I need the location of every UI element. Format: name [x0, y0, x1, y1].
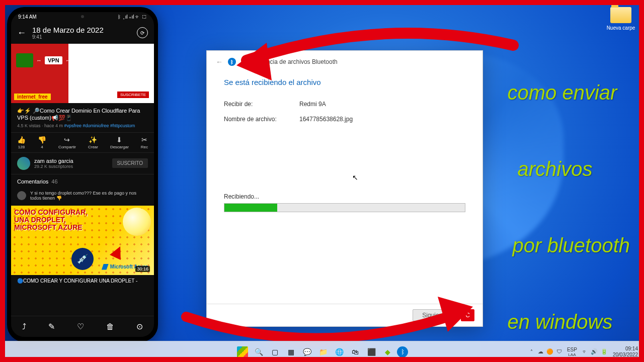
phone-mockup: 9:14 AM ᛒ ₊ıl ₊ıl ᯤ ⬚ ← 18 de Marzo de 2…: [7, 7, 158, 342]
bluetooth-icon: ᛒ: [228, 58, 236, 66]
widgets-icon[interactable]: ▦: [284, 345, 297, 358]
phone-screen: 9:14 AM ᛒ ₊ıl ₊ıl ᯤ ⬚ ← 18 de Marzo de 2…: [11, 12, 154, 337]
chat-icon[interactable]: 💬: [300, 345, 313, 358]
channel-avatar-icon[interactable]: [17, 157, 30, 170]
app2-icon[interactable]: ◆: [381, 345, 394, 358]
delete-icon[interactable]: 🗑: [106, 322, 114, 331]
status-icons: ᛒ ₊ıl ₊ıl ᯤ ⬚: [118, 14, 147, 20]
tray-chevron-icon[interactable]: ˄: [530, 349, 533, 354]
channel-name[interactable]: zam asto garcia: [34, 158, 73, 164]
vpn-label: VPN: [45, 56, 62, 64]
wifi-icon: ᯤ: [582, 348, 588, 355]
folder-icon: [610, 7, 631, 23]
lemon-icon: [123, 208, 151, 236]
progress-label: Recibiendo...: [224, 193, 465, 200]
bluetooth-tray-icon[interactable]: ᛒ: [397, 346, 408, 357]
taskbar-clock[interactable]: 09:14 20/03/2022: [613, 346, 638, 358]
back-icon[interactable]: ←: [17, 28, 26, 38]
commenter-avatar-icon: [17, 191, 26, 200]
android-icon: [16, 53, 33, 67]
progress-fill: [224, 204, 277, 212]
video-title: 👉⚡ 🔎Como Crear Dominio En Cloudflare Par…: [17, 107, 148, 122]
create-button[interactable]: ✨Crear: [88, 136, 98, 149]
comments-header[interactable]: Comentarios 46: [11, 174, 154, 189]
edit-icon[interactable]: ✎: [48, 322, 55, 331]
defender-icon: 🛡: [556, 348, 562, 355]
next-video-thumbnail[interactable]: COMO CONFIGURAR, UNA DROPLET, MICROSOFT …: [11, 206, 154, 275]
download-button[interactable]: ⬇Descargar: [110, 136, 129, 149]
task-view-icon[interactable]: ▢: [268, 345, 281, 358]
app-icon[interactable]: ⬛: [365, 345, 378, 358]
heart-icon[interactable]: ♡: [77, 322, 84, 331]
status-time: 9:14 AM: [18, 14, 37, 20]
bluetooth-transfer-dialog: ← ᛒ Transferencia de archivos Bluetooth …: [206, 50, 483, 327]
injector-icon: 💉: [71, 248, 94, 270]
receive-from-label: Recibir de:: [224, 101, 299, 108]
search-icon[interactable]: 🔍: [252, 345, 265, 358]
phone-bottom-bar: ⤴ ✎ ♡ 🗑 ⊙: [11, 316, 154, 337]
back-arrow-icon[interactable]: ←: [216, 58, 223, 66]
camera-notch-icon: [81, 15, 84, 18]
filename-label: Nombre de archivo:: [224, 116, 299, 123]
quick-settings[interactable]: ᯤ 🔊 🔋: [582, 348, 608, 355]
banner-text: internet_free: [14, 94, 51, 100]
subscribe-mini: SUSCRIBETE: [117, 92, 149, 98]
video-thumbnail[interactable]: ↔ VPN ↔ internet_free SUSCRIBETE: [11, 44, 154, 103]
subscribed-button[interactable]: SUSCRITO: [112, 158, 148, 168]
like-button[interactable]: 👍128: [17, 136, 26, 149]
security-icon: 🟠: [546, 348, 553, 355]
video-stats: 4.5 K vistas · hace 4 m #vpsfree #domini…: [17, 123, 148, 128]
store-icon[interactable]: 🛍: [349, 345, 362, 358]
dialog-heading: Se está recibiendo el archivo: [224, 78, 465, 86]
share-button[interactable]: ↪Compartir: [58, 136, 76, 149]
phone-status-bar: 9:14 AM ᛒ ₊ıl ₊ıl ᯤ ⬚: [11, 12, 154, 22]
sync-icon[interactable]: ⟳: [137, 27, 148, 38]
thumb-overlay-text: COMO CONFIGURAR, UNA DROPLET, MICROSOFT …: [14, 209, 88, 232]
gallery-time: 9:41: [32, 34, 131, 40]
receive-from-value: Redmi 9A: [299, 101, 326, 108]
volume-icon: 🔊: [591, 348, 598, 355]
dialog-title: Transferencia de archivos Bluetooth: [241, 58, 338, 65]
mouse-cursor-icon: ↖: [352, 173, 358, 182]
battery-icon: 🔋: [601, 348, 608, 355]
duration-badge: 30:16: [135, 266, 150, 272]
start-button[interactable]: [236, 345, 249, 358]
explorer-icon[interactable]: 📁: [316, 345, 330, 358]
system-tray[interactable]: ☁ 🟠 🛡: [538, 348, 562, 355]
edge-icon[interactable]: 🌐: [333, 345, 346, 358]
comment-sample[interactable]: Y si no tengo droplet como??? Ese es de …: [11, 189, 154, 206]
rec-button[interactable]: ✂Rec: [141, 136, 148, 149]
next-video-title: 🔵COMO CREAR Y CONFIGURAR UNA DROPLET -: [11, 275, 154, 287]
globe-icon: [74, 53, 89, 68]
channel-subs: 29.2 K suscriptores: [34, 164, 73, 169]
share-icon[interactable]: ⤴: [22, 322, 26, 331]
gallery-date: 18 de Marzo de 2022: [32, 26, 131, 34]
windows-taskbar: 🔍 ▢ ▦ 💬 📁 🌐 🛍 ⬛ ◆ ᛒ ˄ ☁ 🟠 🛡 ESP LAA ᯤ 🔊 …: [0, 341, 644, 362]
more-icon[interactable]: ⊙: [136, 322, 143, 331]
keyboard-lang[interactable]: ESP: [567, 347, 577, 352]
filename-value: 1647785638628.jpg: [299, 116, 353, 123]
overlay-caption: como enviar archivos por bluetooth en wi…: [507, 35, 630, 362]
dislike-button[interactable]: 👎4: [38, 136, 46, 149]
next-button[interactable]: Siguiente: [413, 309, 457, 321]
progress-bar: [224, 203, 465, 212]
folder-label: Nueva carpe: [606, 25, 636, 31]
desktop-folder[interactable]: Nueva carpe: [606, 7, 636, 31]
video-actions: 👍128 👎4 ↪Compartir ✨Crear ⬇Descargar ✂Re…: [11, 132, 154, 152]
onedrive-icon: ☁: [538, 348, 543, 355]
cancel-button[interactable]: C: [461, 309, 474, 321]
